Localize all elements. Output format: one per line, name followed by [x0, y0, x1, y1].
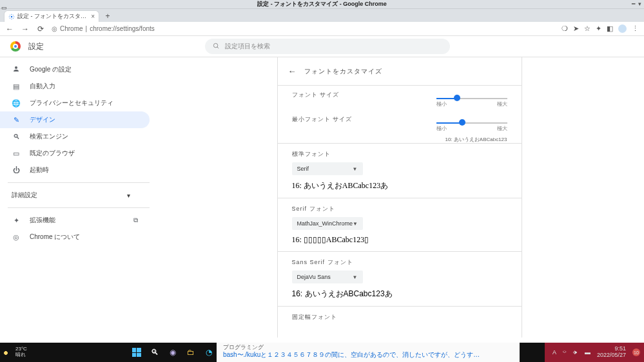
search-placeholder: 設定項目を検索: [225, 42, 270, 51]
autofill-icon: ▤: [12, 82, 21, 91]
url-scheme: Chrome: [60, 25, 83, 32]
sidepanel-icon[interactable]: ◧: [607, 24, 613, 33]
sidebar-item-search[interactable]: 🔍︎ 検索エンジン: [0, 128, 150, 145]
forward-button[interactable]: →: [21, 24, 30, 33]
ime-indicator[interactable]: A: [552, 349, 556, 356]
share-icon[interactable]: ❍: [561, 24, 568, 33]
start-button[interactable]: [130, 346, 143, 359]
svg-point-0: [11, 15, 13, 17]
system-clock[interactable]: 9:51 2022/05/27: [597, 346, 626, 359]
sidebar-item-extensions[interactable]: ✦ 拡張機能 ⧉: [0, 212, 150, 229]
sidebar-label: 拡張機能: [30, 216, 55, 225]
page-title: フォントをカスタマイズ: [304, 67, 382, 76]
profile-avatar[interactable]: [618, 24, 627, 33]
sans-font-sample: 16: あいうえおABCabc123あ: [292, 289, 507, 300]
person-icon: [12, 65, 21, 74]
serif-font-dropdown[interactable]: MathJax_WinChrome ▼: [292, 217, 363, 230]
address-bar[interactable]: ◎ Chrome | chrome://settings/fonts: [52, 25, 555, 32]
svg-line-2: [217, 46, 219, 48]
volume-icon[interactable]: 🕩: [572, 349, 578, 356]
sidebar-item-google[interactable]: Google の設定: [0, 61, 150, 78]
external-link-icon: ⧉: [133, 216, 138, 224]
tab-title: 設定 - フォントをカスタマイズ: [17, 12, 88, 21]
minimize-icon[interactable]: ━ ▾: [632, 1, 641, 7]
send-icon[interactable]: ➤: [573, 24, 579, 33]
dropdown-value: MathJax_WinChrome: [297, 220, 353, 227]
chrome-icon: ◎: [12, 233, 21, 242]
gear-icon: [8, 14, 15, 20]
svg-point-3: [15, 66, 17, 69]
sidebar-label: プライバシーとセキュリティ: [30, 99, 113, 108]
sidebar-label: Google の設定: [30, 65, 72, 74]
sysmenu-icon[interactable]: ▭: [1, 5, 7, 11]
tab-strip: 設定 - フォントをカスタマイズ × +: [0, 9, 644, 22]
font-size-slider[interactable]: 極小極大: [436, 94, 507, 108]
weather-cond: 晴れ: [15, 352, 27, 358]
weather-widget[interactable]: 23°C 晴れ: [0, 345, 34, 359]
window-title: 設定 - フォントをカスタマイズ - Google Chrome: [257, 0, 387, 8]
sidebar-advanced[interactable]: 詳細設定 ▾: [0, 187, 150, 204]
fixed-font-label: 固定幅フォント: [292, 313, 507, 321]
browser-icon: ▭: [12, 149, 21, 158]
sidebar-item-startup[interactable]: ⏻ 起動時: [0, 162, 150, 178]
edge-icon[interactable]: ◔: [202, 346, 215, 359]
extensions-icon[interactable]: ✦: [596, 24, 601, 33]
taskbar-search-icon[interactable]: 🔍︎: [148, 346, 161, 359]
search-result-link[interactable]: bash〜./kukuと１２３４５６７８９の間に、空白があるので、消したいですが…: [223, 350, 480, 359]
min-font-size-slider[interactable]: 極小極大: [436, 119, 507, 132]
sidebar-separator: [8, 207, 150, 208]
sidebar-item-autofill[interactable]: ▤ 自動入力: [0, 78, 150, 95]
sidebar-item-default[interactable]: ▭ 既定のブラウザ: [0, 145, 150, 162]
sidebar-label: 検索エンジン: [30, 132, 68, 141]
standard-font-dropdown[interactable]: Serif ▼: [292, 162, 363, 175]
search-icon: [213, 43, 220, 51]
site-info-icon[interactable]: ◎: [52, 25, 57, 32]
puzzle-icon: ✦: [12, 216, 21, 225]
chrome-logo-icon: [10, 41, 21, 52]
browser-tab[interactable]: 設定 - フォントをカスタマイズ ×: [4, 10, 99, 22]
close-tab-icon[interactable]: ×: [91, 13, 95, 20]
sans-font-label: Sans Serif フォント: [292, 258, 507, 267]
menu-icon[interactable]: ⋮: [632, 24, 639, 33]
url-text: chrome://settings/fonts: [90, 25, 155, 32]
back-button[interactable]: ←: [5, 24, 14, 33]
min-font-sample: 10: あいうえおABCabc123: [278, 136, 522, 143]
slider-max-label: 極大: [497, 100, 507, 108]
sidebar-label: 自動入力: [30, 82, 55, 91]
clock-date: 2022/05/27: [597, 352, 626, 359]
svg-point-1: [213, 43, 217, 47]
settings-panel: ← フォントをカスタマイズ フォント サイズ 極小極大 最小フォント サイズ: [277, 57, 522, 338]
back-arrow-button[interactable]: ←: [288, 66, 297, 76]
sans-font-dropdown[interactable]: DejaVu Sans ▼: [292, 271, 363, 283]
taskbar-search-panel[interactable]: プログラミング bash〜./kukuと１２３４５６７８９の間に、空白があるので…: [217, 343, 520, 362]
sidebar-label: デザイン: [30, 115, 55, 124]
chevron-down-icon: ▾: [127, 192, 130, 199]
slider-min-label: 極小: [436, 100, 447, 108]
slider-max-label: 極大: [497, 125, 507, 132]
new-tab-button[interactable]: +: [102, 10, 113, 22]
chevron-down-icon: ▼: [353, 221, 358, 227]
sidebar-label: 起動時: [30, 166, 49, 175]
brush-icon: ✎: [12, 116, 21, 124]
sidebar-item-about[interactable]: ◎ Chrome について: [0, 229, 150, 245]
advanced-label: 詳細設定: [12, 191, 37, 200]
bookmark-icon[interactable]: ☆: [584, 24, 590, 33]
reload-button[interactable]: ⟳: [36, 24, 45, 33]
globe-icon: 🌐: [12, 99, 21, 108]
standard-font-sample: 16: あいうえおABCabc123あ: [292, 180, 507, 191]
taskview-icon[interactable]: ◉: [166, 346, 179, 359]
chevron-down-icon: ▼: [353, 166, 358, 172]
dropdown-value: Serif: [297, 166, 309, 172]
sidebar-item-appearance[interactable]: ✎ デザイン: [0, 111, 150, 128]
wifi-icon[interactable]: ⌔: [563, 349, 566, 356]
slider-min-label: 極小: [436, 125, 447, 132]
explorer-icon[interactable]: 🗀: [184, 346, 197, 359]
notification-badge[interactable]: 10: [632, 348, 640, 356]
sidebar-item-privacy[interactable]: 🌐 プライバシーとセキュリティ: [0, 95, 150, 111]
toolbar: ← → ⟳ ◎ Chrome | chrome://settings/fonts…: [0, 22, 644, 36]
sidebar-label: Chrome について: [30, 233, 80, 242]
serif-font-sample: 16: ▯▯▯▯▯ABCabc123▯: [292, 235, 507, 245]
battery-icon[interactable]: ▬: [585, 349, 590, 356]
settings-search[interactable]: 設定項目を検索: [205, 39, 450, 54]
standard-font-label: 標準フォント: [292, 150, 507, 158]
